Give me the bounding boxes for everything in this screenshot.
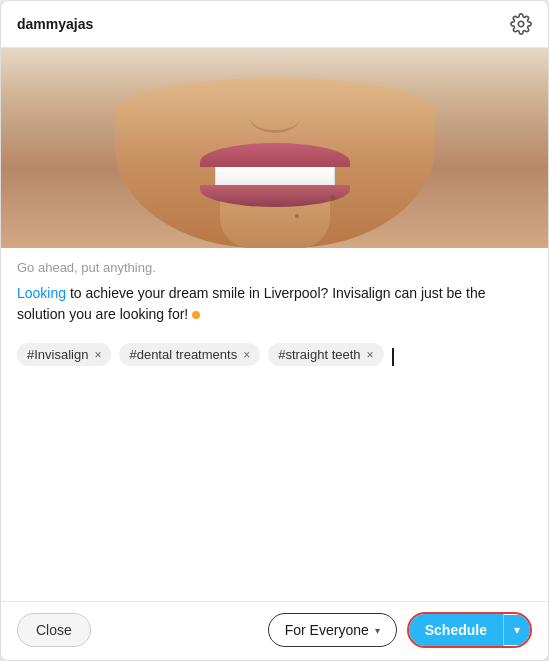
hashtag-label: #straight teeth bbox=[278, 347, 360, 362]
chevron-down-icon: ▾ bbox=[375, 625, 380, 636]
post-image bbox=[1, 48, 548, 248]
audience-label: For Everyone bbox=[285, 622, 369, 638]
modal-container: dammyajas bbox=[0, 0, 549, 661]
hashtag-chip: #straight teeth × bbox=[268, 343, 383, 366]
remove-hashtag-button[interactable]: × bbox=[367, 348, 374, 362]
modal-footer: Close For Everyone ▾ Schedule ▾ bbox=[1, 601, 548, 660]
orange-dot-indicator bbox=[192, 311, 200, 319]
caption-rest: to achieve your dream smile in Liverpool… bbox=[17, 285, 486, 322]
text-cursor bbox=[392, 348, 394, 366]
schedule-chevron-icon: ▾ bbox=[514, 623, 520, 637]
modal-header: dammyajas bbox=[1, 1, 548, 48]
caption-placeholder: Go ahead, put anything. bbox=[17, 260, 532, 275]
schedule-button[interactable]: Schedule bbox=[409, 614, 504, 646]
svg-point-0 bbox=[518, 21, 524, 27]
close-button[interactable]: Close bbox=[17, 613, 91, 647]
caption-link[interactable]: Looking bbox=[17, 285, 66, 301]
audience-selector-button[interactable]: For Everyone ▾ bbox=[268, 613, 397, 647]
hashtags-area: #Invisalign × #dental treatments × #stra… bbox=[17, 343, 532, 366]
right-buttons: For Everyone ▾ Schedule ▾ bbox=[268, 612, 532, 648]
schedule-button-group: Schedule ▾ bbox=[407, 612, 532, 648]
caption-text[interactable]: Looking to achieve your dream smile in L… bbox=[17, 283, 532, 325]
remove-hashtag-button[interactable]: × bbox=[243, 348, 250, 362]
hashtag-chip: #dental treatments × bbox=[119, 343, 260, 366]
content-area: Go ahead, put anything. Looking to achie… bbox=[1, 248, 548, 601]
gear-icon[interactable] bbox=[510, 13, 532, 35]
hashtag-label: #dental treatments bbox=[129, 347, 237, 362]
username-label: dammyajas bbox=[17, 16, 93, 32]
hashtag-chip: #Invisalign × bbox=[17, 343, 111, 366]
schedule-dropdown-button[interactable]: ▾ bbox=[504, 615, 530, 645]
remove-hashtag-button[interactable]: × bbox=[94, 348, 101, 362]
hashtag-label: #Invisalign bbox=[27, 347, 88, 362]
